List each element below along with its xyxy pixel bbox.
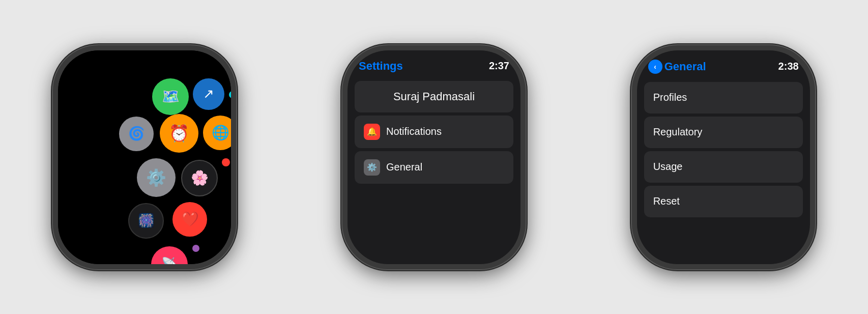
settings-general-item[interactable]: ⚙️ General — [355, 151, 513, 184]
photos-icon[interactable]: 🌸 — [181, 160, 218, 196]
notifications-label: Notifications — [386, 126, 442, 137]
globe-icon[interactable]: 🌐 — [203, 116, 231, 150]
watch-2-crown-bottom — [421, 265, 447, 269]
general-label: General — [386, 161, 422, 173]
watch-2-screen: Settings 2:37 Suraj Padmasali 🔔 Notifica… — [348, 50, 520, 264]
red-dot-icon — [222, 158, 230, 166]
settings-icon[interactable]: ⚙️ — [137, 158, 176, 197]
usage-label: Usage — [653, 161, 683, 173]
watch-3-container: ‹ General 2:38 Profiles Regulatory Usage — [599, 10, 848, 305]
general-list: Profiles Regulatory Usage Reset — [637, 78, 810, 264]
settings-notifications-item[interactable]: 🔔 Notifications — [355, 116, 513, 148]
profiles-label: Profiles — [653, 92, 687, 103]
watch-1-crown-bottom — [132, 265, 157, 269]
general-title-group: ‹ General — [648, 60, 706, 74]
maps-icon[interactable]: 🗺️ — [152, 78, 189, 115]
compass-icon[interactable]: ↗ — [193, 78, 224, 110]
clock-icon[interactable]: ⏰ — [160, 114, 198, 153]
general-screen: ‹ General 2:38 Profiles Regulatory Usage — [637, 50, 810, 264]
watch-3-crown-top — [711, 45, 736, 49]
general-icon-glyph: ⚙️ — [367, 162, 377, 172]
notifications-icon: 🔔 — [364, 124, 380, 140]
general-usage-item[interactable]: Usage — [644, 151, 803, 183]
watch-1-body: 🗺️ ↗ 🌀 ⏰ 🌐 — [53, 45, 236, 269]
general-regulatory-item[interactable]: Regulatory — [644, 117, 803, 148]
messages-icon[interactable]: 🌀 — [119, 117, 154, 151]
watch-2-container: Settings 2:37 Suraj Padmasali 🔔 Notifica… — [309, 10, 559, 305]
general-icon: ⚙️ — [364, 159, 380, 176]
back-button[interactable]: ‹ — [648, 60, 662, 74]
watch-1-container: 🗺️ ↗ 🌀 ⏰ 🌐 — [20, 10, 269, 305]
reset-label: Reset — [653, 195, 680, 207]
watch-3-screen: ‹ General 2:38 Profiles Regulatory Usage — [637, 50, 810, 264]
settings-time: 2:37 — [489, 60, 509, 72]
app-grid: 🗺️ ↗ 🌀 ⏰ 🌐 — [58, 50, 231, 264]
settings-user-item[interactable]: Suraj Padmasali — [355, 81, 513, 112]
user-label: Suraj Padmasali — [393, 90, 475, 103]
watch-3-crown-bottom — [711, 265, 736, 269]
general-header: ‹ General 2:38 — [637, 50, 810, 78]
watch-1-screen: 🗺️ ↗ 🌀 ⏰ 🌐 — [58, 50, 231, 264]
general-profiles-item[interactable]: Profiles — [644, 82, 803, 113]
health-icon[interactable]: ❤️ — [172, 202, 207, 237]
purple-dot-icon — [192, 245, 199, 252]
teal-dot-icon — [229, 91, 231, 98]
activity-icon[interactable]: 🎆 — [128, 203, 164, 239]
notifications-icon-glyph: 🔔 — [367, 127, 377, 136]
settings-list: Suraj Padmasali 🔔 Notifications ⚙️ — [348, 77, 520, 264]
watch-2-body: Settings 2:37 Suraj Padmasali 🔔 Notifica… — [342, 45, 526, 269]
watch-3-body: ‹ General 2:38 Profiles Regulatory Usage — [632, 45, 815, 269]
settings-title: Settings — [359, 60, 403, 73]
watch-1-crown-top — [132, 45, 157, 49]
general-title: General — [664, 60, 706, 73]
watch-2-crown-top — [421, 45, 447, 49]
general-reset-item[interactable]: Reset — [644, 186, 803, 217]
walkie-talkie-icon[interactable]: 📡 — [151, 246, 188, 264]
settings-header: Settings 2:37 — [348, 50, 520, 77]
general-time: 2:38 — [778, 61, 799, 72]
regulatory-label: Regulatory — [653, 126, 703, 138]
settings-screen: Settings 2:37 Suraj Padmasali 🔔 Notifica… — [348, 50, 520, 264]
